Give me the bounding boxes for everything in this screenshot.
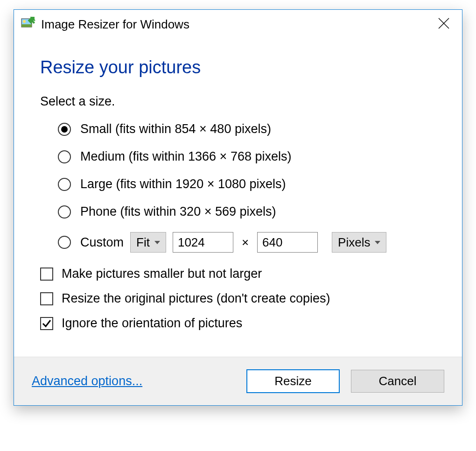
radio-small[interactable] [58,123,71,136]
window-title: Image Resizer for Windows [41,17,435,32]
size-radio-group: Small (fits within 854 × 480 pixels) Med… [58,122,439,253]
radio-phone[interactable] [58,205,71,218]
close-icon[interactable] [435,14,453,34]
chevron-down-icon [154,241,160,244]
title-bar: Image Resizer for Windows [14,10,462,38]
size-option-custom[interactable]: Custom Fit × Pixels [58,232,439,253]
option-smaller-only[interactable]: Make pictures smaller but not larger [40,267,439,281]
checkbox-smaller-only[interactable] [40,268,53,281]
app-icon [21,16,35,33]
radio-custom[interactable] [58,236,71,249]
svg-point-2 [23,20,26,23]
svg-rect-1 [21,24,32,27]
prompt-text: Select a size. [40,94,439,109]
unit-value: Pixels [338,235,370,250]
fit-mode-value: Fit [136,235,150,250]
options-group: Make pictures smaller but not larger Res… [40,267,439,331]
checkbox-ignore-orientation[interactable] [40,317,53,330]
size-option-small[interactable]: Small (fits within 854 × 480 pixels) [58,122,439,136]
page-heading: Resize your pictures [40,57,439,78]
option-ignore-orientation[interactable]: Ignore the orientation of pictures [40,316,439,331]
radio-label: Phone (fits within 320 × 569 pixels) [80,204,276,219]
size-option-phone[interactable]: Phone (fits within 320 × 569 pixels) [58,204,439,219]
resize-button[interactable]: Resize [246,369,340,393]
checkbox-resize-original[interactable] [40,292,53,305]
radio-large[interactable] [58,178,71,191]
times-symbol: × [242,235,249,250]
advanced-options-link[interactable]: Advanced options... [32,374,142,388]
radio-label: Large (fits within 1920 × 1080 pixels) [80,177,286,191]
option-resize-original[interactable]: Resize the original pictures (don't crea… [40,291,439,306]
width-input[interactable] [173,232,233,253]
dialog-window: Image Resizer for Windows Resize your pi… [14,9,462,406]
unit-select[interactable]: Pixels [332,232,386,253]
size-option-large[interactable]: Large (fits within 1920 × 1080 pixels) [58,177,439,191]
height-input[interactable] [257,232,318,253]
content-area: Resize your pictures Select a size. Smal… [14,38,462,357]
checkbox-label: Make pictures smaller but not larger [62,267,262,281]
radio-medium[interactable] [58,150,71,163]
footer-bar: Advanced options... Resize Cancel [14,357,462,405]
size-option-medium[interactable]: Medium (fits within 1366 × 768 pixels) [58,149,439,164]
fit-mode-select[interactable]: Fit [130,232,166,253]
checkbox-label: Ignore the orientation of pictures [62,316,242,331]
custom-controls: Custom Fit × Pixels [80,232,386,253]
radio-label: Medium (fits within 1366 × 768 pixels) [80,149,291,164]
custom-label: Custom [80,235,124,250]
chevron-down-icon [375,241,380,244]
radio-label: Small (fits within 854 × 480 pixels) [80,122,271,136]
checkbox-label: Resize the original pictures (don't crea… [62,291,330,306]
cancel-button[interactable]: Cancel [351,370,444,393]
